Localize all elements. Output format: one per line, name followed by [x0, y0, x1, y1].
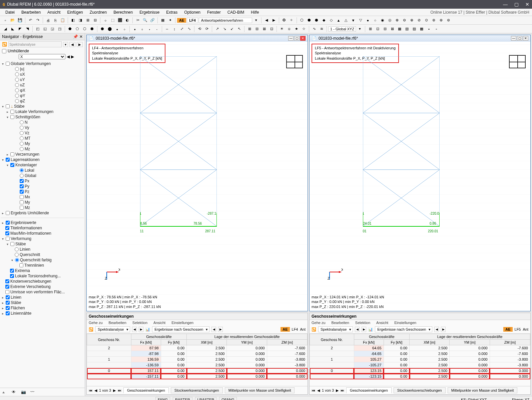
menu-datei[interactable]: Datei: [3, 9, 17, 15]
tool-icon[interactable]: 🔍: [142, 17, 148, 24]
tree-radio[interactable]: [15, 67, 19, 71]
tool-icon[interactable]: ⛭: [286, 26, 293, 32]
table-cell[interactable]: 0.00: [161, 357, 187, 362]
table-cell[interactable]: -3.800: [267, 362, 307, 368]
tree-check[interactable]: [10, 163, 14, 167]
prev-icon[interactable]: ◀: [355, 327, 360, 332]
table-cell[interactable]: -105.27: [354, 362, 384, 368]
tree-check[interactable]: [19, 263, 23, 267]
table-cell[interactable]: 0.000: [490, 374, 530, 379]
next-icon[interactable]: ▶: [271, 17, 277, 24]
tbl-menu[interactable]: Bearbeiten: [109, 321, 126, 325]
tree-check[interactable]: [6, 311, 10, 315]
tool-icon[interactable]: ⬠: [74, 26, 81, 32]
tool-icon[interactable]: ▩: [418, 26, 425, 32]
menu-ergebnisse[interactable]: Ergebnisse: [137, 9, 162, 15]
tool-icon[interactable]: ⬢: [306, 17, 313, 24]
tree-radio[interactable]: [20, 174, 24, 178]
next-icon[interactable]: ▶: [218, 327, 223, 332]
menu-extras[interactable]: Extras: [163, 9, 180, 15]
tool-icon[interactable]: ◧: [70, 17, 76, 24]
table-cell[interactable]: -136.59: [131, 362, 161, 368]
tree-radio[interactable]: [15, 99, 19, 103]
table-cell[interactable]: 105.27: [354, 357, 384, 362]
expand-icon[interactable]: ▸: [1, 221, 5, 225]
navfoot-icon[interactable]: 〰: [30, 389, 36, 395]
tool-icon[interactable]: ⊞: [367, 26, 374, 32]
tool-icon[interactable]: ↗: [214, 26, 220, 32]
tree-radio[interactable]: [15, 72, 19, 76]
tool-icon[interactable]: ★: [293, 26, 300, 32]
tool-icon[interactable]: ◤: [17, 26, 23, 32]
table-cell[interactable]: 123.15: [354, 368, 384, 374]
expand-icon[interactable]: ▸: [1, 211, 5, 215]
tab[interactable]: Mittelpunkte von Masse und Steifigkeit: [225, 387, 295, 393]
coord-system[interactable]: 1 - Global XYZ: [329, 26, 356, 32]
table-cell[interactable]: 0.000: [227, 368, 267, 374]
tab[interactable]: Mittelpunkte von Masse und Steifigkeit: [448, 387, 518, 393]
maximize-button[interactable]: ▢: [514, 2, 519, 7]
menu-hilfe[interactable]: Hilfe: [248, 9, 261, 15]
table-cell[interactable]: -7.600: [267, 345, 307, 351]
navfoot-icon[interactable]: ⟁: [2, 389, 8, 395]
tree-check[interactable]: [20, 195, 24, 199]
nav-combo[interactable]: [8, 41, 62, 47]
tool-icon[interactable]: ▽: [357, 17, 364, 24]
tool-icon[interactable]: ⊛: [438, 17, 445, 24]
expand-icon[interactable]: ▸: [5, 110, 9, 114]
tree-radio[interactable]: [20, 131, 24, 135]
tool-icon[interactable]: ⤢: [178, 26, 185, 32]
axis-next[interactable]: ▶: [71, 54, 74, 59]
table-cell[interactable]: 2: [310, 345, 354, 351]
table-cell[interactable]: 2.500: [187, 357, 227, 362]
table-cell[interactable]: 0.00: [384, 368, 410, 374]
table-cell[interactable]: 0.00: [161, 362, 187, 368]
table-cell[interactable]: -7.600: [267, 351, 307, 357]
table-cell[interactable]: 1: [310, 357, 354, 362]
tool-icon[interactable]: ⊖: [401, 17, 408, 24]
table-cell[interactable]: 0.000: [227, 351, 267, 357]
collapse-icon[interactable]: ▾: [5, 163, 9, 167]
next-icon[interactable]: ▶: [336, 388, 339, 393]
menu-ansicht[interactable]: Ansicht: [45, 9, 63, 15]
table-cell[interactable]: 0.000: [227, 345, 267, 351]
table-cell[interactable]: 2.500: [410, 345, 450, 351]
table-cell[interactable]: 2: [87, 345, 131, 351]
tbl-menu[interactable]: Ansicht: [153, 321, 165, 325]
tool-icon[interactable]: ↘: [221, 26, 228, 32]
tool-icon[interactable]: ◆: [321, 17, 327, 24]
new-icon[interactable]: ▫: [2, 17, 9, 24]
table-cell[interactable]: 0.000: [490, 368, 530, 374]
table-cell[interactable]: 0: [87, 368, 131, 374]
menu-berechnen[interactable]: Berechnen: [111, 9, 135, 15]
collapse-icon[interactable]: ▾: [1, 62, 5, 66]
prev-icon[interactable]: ◀: [317, 388, 320, 393]
collapse-icon[interactable]: ▾: [1, 105, 5, 108]
table-cell[interactable]: 0.00: [161, 345, 187, 351]
close-button[interactable]: ✕: [525, 2, 529, 7]
table-cell[interactable]: [87, 362, 131, 368]
table-cell[interactable]: 0.000: [267, 374, 307, 379]
tree-radio[interactable]: [20, 136, 24, 140]
last-icon[interactable]: ⏭: [341, 388, 344, 392]
tool-icon[interactable]: ⬡: [299, 17, 305, 24]
axis-prev[interactable]: ◀: [67, 54, 70, 59]
table-cell[interactable]: 0.000: [227, 374, 267, 379]
menu-einfuegen[interactable]: Einfügen: [64, 9, 85, 15]
tbl-menu[interactable]: Bearbeiten: [332, 321, 349, 325]
table-cell[interactable]: 1: [87, 357, 131, 362]
tree-check[interactable]: [6, 158, 10, 162]
menu-cadbim[interactable]: CAD-BIM: [225, 9, 247, 15]
table-cell[interactable]: [87, 351, 131, 357]
tbl-menu[interactable]: Einstellungen: [394, 321, 416, 325]
table-cell[interactable]: 2.500: [187, 368, 227, 374]
next-icon[interactable]: ▶: [441, 327, 446, 332]
tool-icon[interactable]: ⬡: [81, 26, 88, 32]
tool-icon[interactable]: ⬣: [313, 17, 320, 24]
tool-icon[interactable]: ⬟: [67, 26, 73, 32]
tool-icon[interactable]: ⟳: [203, 26, 210, 32]
table-cell[interactable]: 2.500: [187, 362, 227, 368]
table-cell[interactable]: -3.800: [490, 357, 530, 362]
tree-check[interactable]: [10, 115, 14, 119]
tool-icon[interactable]: ◎: [387, 17, 393, 24]
